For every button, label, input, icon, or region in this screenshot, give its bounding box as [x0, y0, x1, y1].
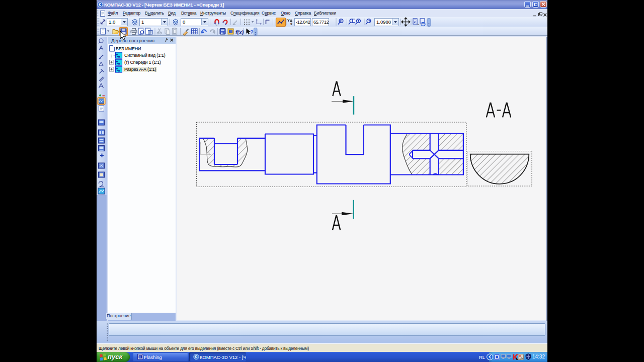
svg-text:x: x — [290, 22, 292, 26]
svg-text:?: ? — [250, 29, 254, 35]
svg-text:f(x): f(x) — [235, 29, 244, 35]
svg-text:Y: Y — [287, 19, 290, 22]
